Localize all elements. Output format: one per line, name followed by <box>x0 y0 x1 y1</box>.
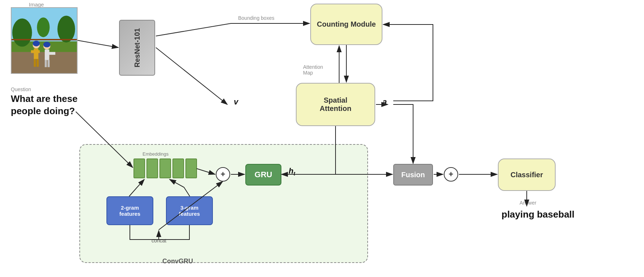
question-label: Question <box>11 86 31 92</box>
a-label: a <box>382 97 387 107</box>
svg-rect-15 <box>36 59 39 67</box>
svg-point-4 <box>57 16 75 43</box>
svg-line-20 <box>78 40 118 48</box>
svg-rect-18 <box>12 39 77 40</box>
gram3-box: 3-gramfeatures <box>166 196 213 225</box>
question-text: What are thesepeople doing? <box>11 93 83 117</box>
baseball-scene-svg <box>12 8 77 73</box>
v-label: v <box>234 97 238 107</box>
svg-point-17 <box>33 41 40 46</box>
convgru-label: ConvGRU <box>162 258 193 265</box>
embed-bar-1 <box>133 158 145 178</box>
concat-label: concat <box>152 238 166 244</box>
svg-point-5 <box>37 17 49 37</box>
spatial-attention: SpatialAttention <box>296 83 375 126</box>
embeddings-label: Embeddings <box>143 151 168 157</box>
svg-rect-8 <box>45 52 55 55</box>
gru-box: GRU <box>245 164 281 186</box>
classifier-box: Classifier <box>498 158 556 191</box>
ht-label: ht <box>289 166 295 177</box>
svg-rect-10 <box>48 60 50 67</box>
plus-circle-1: + <box>216 167 230 182</box>
answer-text: playing baseball <box>501 209 574 220</box>
diagram-container: Image <box>0 0 644 277</box>
embed-bar-3 <box>159 158 171 178</box>
gram2-box: 2-gramfeatures <box>106 196 153 225</box>
embed-bar-4 <box>172 158 184 178</box>
image-label: Image <box>29 1 44 8</box>
fusion-box: Fusion <box>393 164 433 186</box>
svg-rect-12 <box>34 49 39 59</box>
svg-point-16 <box>43 42 51 48</box>
svg-line-21 <box>156 48 227 104</box>
image-box <box>11 7 78 74</box>
attention-map-label: AttentionMap <box>303 64 323 76</box>
resnet-box: ResNet-101 <box>119 20 155 76</box>
embed-bar-2 <box>146 158 158 178</box>
svg-rect-13 <box>31 50 40 53</box>
plus-circle-2: + <box>444 167 458 182</box>
counting-module: Counting Module <box>310 4 382 45</box>
svg-rect-9 <box>45 60 47 67</box>
svg-rect-14 <box>34 59 36 67</box>
embeddings-group <box>133 158 197 178</box>
answer-label: Answer <box>520 200 536 206</box>
bounding-boxes-label: Bounding boxes <box>238 15 274 21</box>
embed-bar-5 <box>185 158 197 178</box>
svg-point-3 <box>12 18 32 46</box>
